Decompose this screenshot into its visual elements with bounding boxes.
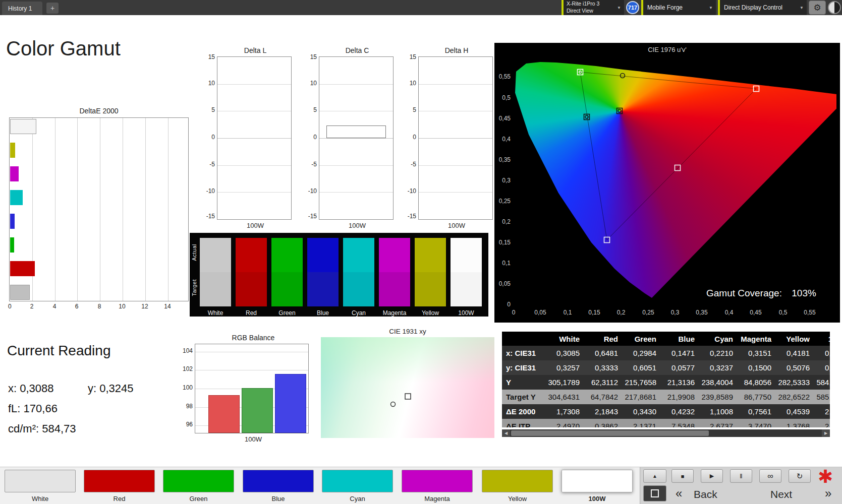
loop-button[interactable]: ∞ [759,469,781,483]
row-label: Target Y [502,393,546,401]
back-button[interactable]: Back [694,488,717,500]
pattern-label: Yellow [482,495,553,502]
chart-title: Delta C [304,46,396,54]
back-chevron-button[interactable]: « [676,486,682,500]
pattern-button-100w[interactable]: 100W [562,467,633,504]
chevron-down-icon: ▼ [614,6,624,10]
measurement-table[interactable]: White Red Green Blue Cyan Magenta Yellow… [502,332,830,427]
col-header: Magenta [738,335,776,343]
bar-yellow [10,143,15,158]
display-control-dropdown[interactable]: Direct Display Control ▼ [718,0,807,15]
bar-cyan [10,190,23,205]
pattern-window-button[interactable] [643,485,666,501]
scroll-right-button[interactable]: ▶ [822,429,830,437]
reading-x: x: 0,3088 [8,382,54,395]
pattern-button-magenta[interactable]: Magenta [402,467,473,504]
bar-delta-c [326,125,386,138]
tick-label: 12 [141,303,148,310]
next-chevron-button[interactable]: » [825,486,831,500]
tick-label: 98 [186,403,193,410]
pattern-button-cyan[interactable]: Cyan [322,467,393,504]
chevron-down-icon: ▼ [797,6,807,10]
pattern-swatch [322,470,393,492]
x-category-label: 100W [178,435,312,443]
tab-history-1[interactable]: History 1 [2,2,42,15]
eject-button[interactable]: ▲ [643,469,666,483]
reading-y-value: 0,3245 [99,382,133,395]
swatch-label: Cyan [343,309,374,317]
loop-icon: ∞ [767,472,773,481]
swatch-white: White [200,238,231,317]
tick-label: -15 [408,213,416,220]
pattern-button-white[interactable]: White [5,467,76,504]
tick-label: 15 [310,53,317,60]
tick-label: -10 [408,187,416,195]
y-axis: 15 10 5 0 -5 -10 -15 [403,56,418,220]
bar-green [10,237,14,253]
table-row: ΔE ITP 2,4970 0,3862 2,1371 7,5348 2,673… [502,419,830,427]
source-dropdown[interactable]: Mobile Forge ▼ [641,0,716,15]
tick-label: 10 [310,80,317,87]
x-category-label: 100W [403,222,495,229]
day-night-toggle-icon[interactable] [828,1,841,14]
pattern-button-yellow[interactable]: Yellow [482,467,553,504]
tick-label: 102 [183,365,193,372]
cie1976-chart: CIE 1976 u'v' 0,55 0,5 0,45 0,4 0,35 0,3 [494,43,840,323]
reading-fl: fL: 170,66 [8,402,58,415]
measurement-count-badge: 717 [626,1,639,14]
row-label: ΔE 2000 [502,407,546,416]
pattern-button-blue[interactable]: Blue [243,467,314,504]
swatch-label: Green [271,309,303,317]
measured-point-marker [391,402,396,407]
swatch-red: Red [236,238,267,317]
delta-h-chart: Delta H 15 10 5 0 -5 -10 -15 100W [403,46,495,229]
col-header: Blue [661,335,700,343]
gear-icon: ⚙ [813,3,821,13]
tick-label: 5 [211,106,215,113]
pattern-swatch [5,470,76,492]
scroll-left-button[interactable]: ◀ [502,429,510,437]
stop-icon: ■ [681,473,685,479]
tick-label: 104 [183,347,193,354]
tick-label: 0 [413,134,416,141]
delta-c-chart: Delta C 15 10 5 0 -5 -10 -15 100W [304,46,396,229]
settings-button[interactable]: ⚙ [809,1,826,15]
tick-label: 5 [313,106,317,113]
marker-white-dot [618,109,621,112]
meter-labels: X-Rite i1Pro 3 Direct View [564,1,599,14]
refresh-button[interactable]: ↻ [789,469,811,483]
pattern-label: Magenta [402,495,473,502]
row-label: ΔE ITP [502,422,546,427]
table-hscrollbar[interactable]: ◀ ▶ [502,429,830,437]
swatch-green: Green [271,238,303,317]
reading-x-label: x: [8,382,17,395]
scroll-right-icon: ▶ [824,431,827,435]
tick-label: 15 [410,53,416,60]
target-row-label: Target [191,279,197,296]
gamut-overlay [494,43,840,322]
col-header: 100W [815,335,830,343]
reading-fl-label: fL: [8,402,20,415]
bar-red [10,261,35,276]
chevron-down-icon: ▼ [706,6,716,10]
top-bar-right: X-Rite i1Pro 3 Direct View ▼ 717 Mobile … [562,0,841,15]
pattern-button-red[interactable]: Red [84,467,155,504]
pattern-button-green[interactable]: Green [163,467,234,504]
stop-button[interactable]: ■ [671,469,694,483]
meter-dropdown[interactable]: X-Rite i1Pro 3 Direct View ▼ [562,0,624,15]
swatch-label: Magenta [379,309,410,317]
marker-cyan-dot [585,115,588,118]
scrollbar-thumb[interactable] [511,430,709,436]
display-label: Direct Display Control [720,4,782,11]
add-tab-button[interactable]: + [46,3,59,14]
rgb-balance-plot [195,344,309,433]
swatch-magenta: Magenta [379,238,410,317]
gamut-coverage-label: Gamut Coverage: [706,288,782,298]
gamut-coverage-value: 103% [792,288,816,298]
tick-label: -5 [311,161,317,168]
table-row: Y 305,1789 62,3112 215,7658 21,3136 238,… [502,375,830,390]
deltae2000-chart: DeltaE 2000 0 2 4 6 8 10 12 14 [9,107,194,312]
next-button[interactable]: Next [770,488,792,500]
pause-button[interactable]: ‖ [730,469,752,483]
play-button[interactable]: ▶ [701,469,723,483]
